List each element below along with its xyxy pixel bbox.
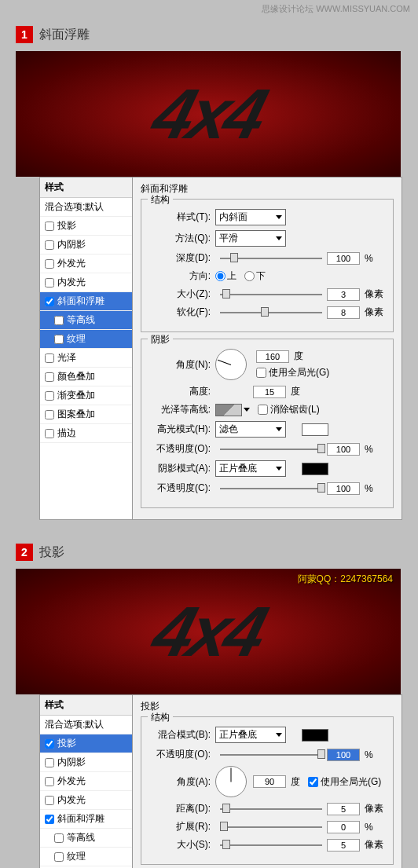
soften-slider[interactable] <box>220 307 322 318</box>
ds-angle-input[interactable] <box>253 775 286 788</box>
preview-2: 阿蒙QQ：2247367564 4x4 <box>16 569 401 694</box>
style-bevel-emboss-2[interactable]: 斜面和浮雕 <box>40 810 132 829</box>
ds-size-input[interactable] <box>327 839 360 852</box>
cb-gradient-overlay[interactable] <box>45 391 54 401</box>
style-texture[interactable]: 纹理 <box>40 330 132 349</box>
blend-options-2[interactable]: 混合选项:默认 <box>40 716 132 734</box>
cb-contour[interactable] <box>54 316 64 325</box>
style-satin[interactable]: 光泽 <box>40 349 132 368</box>
depth-slider[interactable] <box>220 253 322 264</box>
ds-size-unit: 像素 <box>365 838 383 852</box>
cb-outer-glow-2[interactable] <box>45 777 54 786</box>
ds-angle-widget[interactable] <box>215 766 247 797</box>
shadow-opacity-slider[interactable] <box>220 483 322 494</box>
angle-input[interactable] <box>256 350 289 363</box>
cb-drop-shadow-2[interactable] <box>45 739 54 749</box>
style-drop-shadow[interactable]: 投影 <box>40 217 132 236</box>
highlight-opacity-input[interactable] <box>327 443 360 456</box>
cb-outer-glow[interactable] <box>45 259 54 269</box>
bevel-panel-title: 斜面和浮雕 <box>141 182 394 196</box>
style-color-overlay[interactable]: 颜色叠加 <box>40 368 132 386</box>
ds-global-light-cb[interactable] <box>308 777 318 787</box>
size-input[interactable] <box>327 288 360 301</box>
altitude-label: 高度: <box>148 385 211 398</box>
global-light-cb[interactable] <box>256 368 266 378</box>
style-stroke[interactable]: 描边 <box>40 424 132 443</box>
cb-bevel-emboss[interactable] <box>45 297 54 306</box>
style-drop-shadow-2[interactable]: 投影 <box>40 734 132 753</box>
cb-pattern-overlay[interactable] <box>45 410 54 419</box>
bevel-settings: 斜面和浮雕 结构 样式(T): 内斜面 方法(Q): 平滑 深度(D): % 方… <box>133 178 402 519</box>
soften-input[interactable] <box>327 306 360 319</box>
size-slider[interactable] <box>220 289 322 300</box>
style-inner-shadow[interactable]: 内阴影 <box>40 236 132 255</box>
label-drop-shadow-2: 投影 <box>57 737 76 750</box>
cb-texture-2[interactable] <box>54 852 64 862</box>
highlight-mode-label: 高光模式(H): <box>148 423 211 436</box>
altitude-input[interactable] <box>253 386 286 398</box>
ds-size-slider[interactable] <box>220 840 322 851</box>
highlight-mode-dropdown[interactable]: 滤色 <box>215 421 286 438</box>
cb-inner-glow-2[interactable] <box>45 796 54 805</box>
depth-input[interactable] <box>327 252 360 265</box>
shadow-opacity-input[interactable] <box>327 482 360 495</box>
style-inner-glow[interactable]: 内发光 <box>40 273 132 292</box>
label-stroke: 描边 <box>57 427 76 440</box>
cb-texture[interactable] <box>54 335 64 344</box>
cb-satin[interactable] <box>45 353 54 363</box>
antialiased-cb[interactable] <box>258 405 268 415</box>
style-dropdown[interactable]: 内斜面 <box>215 209 286 225</box>
cb-bevel-emboss-2[interactable] <box>45 815 54 824</box>
structure-fieldset: 结构 样式(T): 内斜面 方法(Q): 平滑 深度(D): % 方向: 上 下 <box>141 199 394 332</box>
gloss-contour-label: 光泽等高线: <box>148 403 211 416</box>
ds-distance-slider[interactable] <box>220 804 322 815</box>
soften-label: 软化(F): <box>148 306 211 319</box>
technique-dropdown[interactable]: 平滑 <box>215 230 286 247</box>
style-contour-2[interactable]: 等高线 <box>40 829 132 848</box>
style-inner-glow-2[interactable]: 内发光 <box>40 791 132 810</box>
style-contour[interactable]: 等高线 <box>40 311 132 330</box>
ds-distance-input[interactable] <box>327 803 360 815</box>
shadow-color-swatch[interactable] <box>302 463 328 475</box>
cb-inner-glow[interactable] <box>45 278 54 288</box>
style-texture-2[interactable]: 纹理 <box>40 848 132 866</box>
ds-spread-slider[interactable] <box>220 822 322 833</box>
label-inner-glow: 内发光 <box>57 276 86 289</box>
ds-opacity-slider[interactable] <box>220 749 322 760</box>
angle-widget[interactable] <box>215 349 247 380</box>
shadow-opacity-label: 不透明度(C): <box>148 482 211 495</box>
label-inner-shadow: 内阴影 <box>57 238 86 251</box>
highlight-color-swatch[interactable] <box>302 423 328 436</box>
label-bevel-emboss-2: 斜面和浮雕 <box>57 812 104 826</box>
highlight-opacity-slider[interactable] <box>220 444 322 455</box>
shadow-mode-dropdown[interactable]: 正片叠底 <box>215 460 286 477</box>
dropdown-arrow-icon[interactable] <box>244 408 250 412</box>
direction-down-radio[interactable]: 下 <box>244 269 266 283</box>
style-list-2: 样式 混合选项:默认 投影 内阴影 外发光 内发光 斜面和浮雕 等高线 纹理 <box>40 695 133 868</box>
preview-1: 4x4 <box>16 51 401 177</box>
style-pattern-overlay[interactable]: 图案叠加 <box>40 405 132 424</box>
cb-inner-shadow[interactable] <box>45 240 54 250</box>
shading-fieldset: 阴影 角度(N): 度 使用全局光(G) 高度: 度 光泽等高线: <box>141 339 394 508</box>
cb-stroke[interactable] <box>45 429 54 438</box>
style-outer-glow[interactable]: 外发光 <box>40 255 132 273</box>
blend-mode-dropdown[interactable]: 正片叠底 <box>215 727 286 743</box>
style-inner-shadow-2[interactable]: 内阴影 <box>40 753 132 772</box>
cb-contour-2[interactable] <box>54 833 64 843</box>
style-list-header-2: 样式 <box>40 695 132 716</box>
style-value: 内斜面 <box>219 211 248 224</box>
ds-color-swatch[interactable] <box>302 729 328 742</box>
style-bevel-emboss[interactable]: 斜面和浮雕 <box>40 292 132 311</box>
cb-color-overlay[interactable] <box>45 372 54 382</box>
blend-options[interactable]: 混合选项:默认 <box>40 198 132 217</box>
style-label: 样式(T): <box>148 211 211 224</box>
ds-opacity-input[interactable] <box>327 749 360 761</box>
direction-up-radio[interactable]: 上 <box>215 269 236 283</box>
label-contour: 等高线 <box>67 313 95 327</box>
cb-inner-shadow-2[interactable] <box>45 758 54 767</box>
style-outer-glow-2[interactable]: 外发光 <box>40 772 132 791</box>
style-gradient-overlay[interactable]: 渐变叠加 <box>40 386 132 405</box>
gloss-contour-swatch[interactable] <box>215 404 242 416</box>
ds-spread-input[interactable] <box>327 821 360 833</box>
cb-drop-shadow[interactable] <box>45 222 54 231</box>
